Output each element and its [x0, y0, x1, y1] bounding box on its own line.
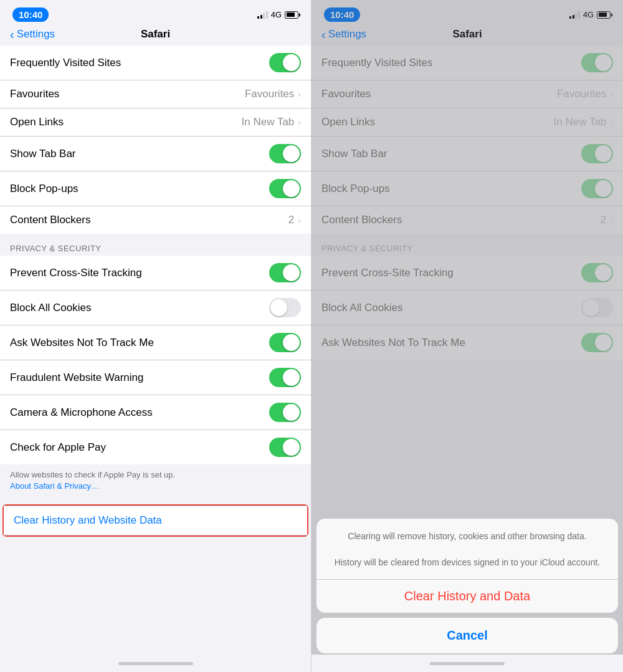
left-row-prevent-tracking[interactable]: Prevent Cross-Site Tracking [0, 256, 311, 290]
left-row-label-3: Show Tab Bar [10, 148, 76, 160]
left-row-show-tab-bar[interactable]: Show Tab Bar [0, 137, 311, 171]
left-row-value-5: 2 [288, 214, 294, 226]
left-privacy-group: Prevent Cross-Site Tracking Block All Co… [0, 256, 311, 464]
left-toggle-fraudulent-warning[interactable] [269, 368, 301, 387]
left-row-fraudulent-warning[interactable]: Fraudulent Website Warning [0, 360, 311, 395]
dialog-sheet: Clearing will remove history, cookies an… [316, 519, 618, 653]
left-clear-history-button[interactable]: Clear History and Website Data [4, 506, 307, 535]
dialog-card: Clearing will remove history, cookies an… [316, 519, 618, 613]
left-row-label-2: Open Links [10, 116, 64, 128]
left-row-camera-mic[interactable]: Camera & Microphone Access [0, 395, 311, 430]
left-row-label-1: Favourites [10, 88, 59, 100]
left-footer-link[interactable]: About Safari & Privacy… [10, 481, 99, 491]
left-toggle-block-cookies[interactable] [269, 298, 301, 317]
left-toggle-apple-pay[interactable] [269, 438, 301, 457]
dialog-message-1: Clearing will remove history, cookies an… [348, 531, 586, 541]
battery-icon [285, 11, 298, 19]
left-toggle-ask-not-track[interactable] [269, 333, 301, 352]
left-row-block-cookies[interactable]: Block All Cookies [0, 290, 311, 325]
left-privacy-label-5: Check for Apple Pay [10, 441, 106, 454]
left-chevron-1: › [298, 89, 301, 99]
left-toggle-prevent-tracking[interactable] [269, 263, 301, 282]
left-row-right-1: Favourites › [245, 88, 301, 100]
dialog-overlay: Clearing will remove history, cookies an… [312, 0, 623, 672]
left-row-block-popups[interactable]: Block Pop-ups [0, 171, 311, 206]
left-section-header: PRIVACY & SECURITY [0, 234, 311, 257]
left-row-right-2: In New Tab › [242, 116, 301, 128]
left-back-label: Settings [17, 28, 55, 41]
right-home-bar [430, 662, 505, 665]
left-row-frequently-visited[interactable]: Frequently Visited Sites [0, 46, 311, 80]
left-time: 10:40 [12, 7, 49, 22]
left-toggle-block-popups[interactable] [269, 179, 301, 198]
left-toggle-tab-bar[interactable] [269, 144, 301, 163]
left-home-indicator [0, 655, 311, 672]
left-row-label-4: Block Pop-ups [10, 183, 78, 195]
left-row-open-links[interactable]: Open Links In New Tab › [0, 108, 311, 137]
left-status-bar: 10:40 4G [0, 0, 311, 26]
left-privacy-label-1: Block All Cookies [10, 302, 91, 314]
left-row-label-0: Frequently Visited Sites [10, 57, 121, 69]
left-footer: Allow websites to check if Apple Pay is … [0, 464, 311, 502]
signal-icon [257, 11, 268, 19]
left-nav-bar: ‹ Settings Safari [0, 26, 311, 46]
dialog-message: Clearing will remove history, cookies an… [316, 519, 618, 580]
left-row-content-blockers[interactable]: Content Blockers 2 › [0, 206, 311, 234]
left-clear-history-label: Clear History and Website Data [14, 514, 162, 526]
left-home-bar [118, 662, 193, 665]
left-clear-history-highlight: Clear History and Website Data [2, 504, 308, 537]
left-privacy-label-0: Prevent Cross-Site Tracking [10, 267, 142, 279]
cancel-button[interactable]: Cancel [316, 618, 618, 653]
left-row-right-5: 2 › [288, 214, 301, 226]
right-home-indicator [312, 655, 623, 672]
left-row-apple-pay[interactable]: Check for Apple Pay [0, 430, 311, 464]
left-privacy-label-4: Camera & Microphone Access [10, 406, 153, 419]
dialog-message-2: History will be cleared from devices sig… [335, 557, 600, 567]
left-row-label-5: Content Blockers [10, 214, 90, 226]
clear-history-data-button[interactable]: Clear History and Data [316, 580, 618, 613]
left-toggle-camera-mic[interactable] [269, 403, 301, 422]
left-row-ask-not-track[interactable]: Ask Websites Not To Track Me [0, 325, 311, 360]
left-privacy-label-3: Fraudulent Website Warning [10, 372, 144, 384]
right-panel: 10:40 4G ‹ Settings Safari Frequently Vi… [312, 0, 623, 672]
left-footer-text: Allow websites to check if Apple Pay is … [10, 470, 175, 479]
left-row-favourites[interactable]: Favourites Favourites › [0, 80, 311, 108]
left-nav-title: Safari [141, 28, 170, 41]
left-toggle-frequently-visited[interactable] [269, 53, 301, 72]
left-privacy-label-2: Ask Websites Not To Track Me [10, 337, 154, 349]
cancel-label: Cancel [447, 628, 488, 642]
left-separator-1: PRIVACY & SECURITY [0, 234, 311, 256]
left-chevron-5: › [298, 215, 301, 225]
left-row-value-1: Favourites [245, 88, 294, 100]
left-panel: 10:40 4G ‹ Settings Safari Frequently Vi… [0, 0, 312, 672]
left-row-value-2: In New Tab [242, 116, 295, 128]
clear-history-data-label: Clear History and Data [404, 589, 530, 603]
left-back-button[interactable]: ‹ Settings [10, 28, 55, 41]
network-label: 4G [271, 10, 282, 19]
left-general-group: Frequently Visited Sites Favourites Favo… [0, 46, 311, 234]
left-chevron-2: › [298, 117, 301, 127]
left-status-icons: 4G [257, 10, 298, 19]
left-back-chevron: ‹ [10, 28, 14, 41]
